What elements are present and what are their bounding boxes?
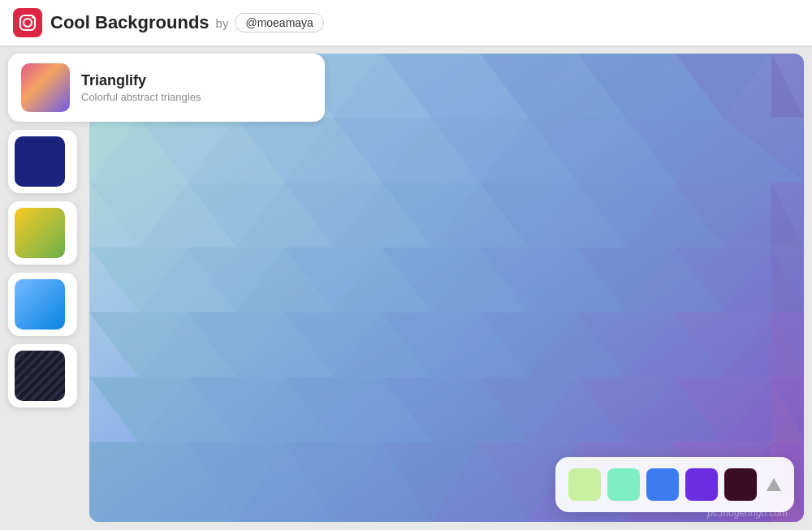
- style-card-yellow-green[interactable]: [8, 201, 77, 265]
- style-desc-trianglify: Colorful abstract triangles: [81, 91, 201, 103]
- app-title: Cool Backgrounds: [50, 12, 209, 33]
- style-thumb-dark-blue: [15, 136, 65, 187]
- color-swatch-dark[interactable]: [724, 468, 757, 501]
- color-swatch-mint[interactable]: [607, 468, 640, 501]
- sidebar: Trianglify Colorful abstract triangles: [8, 54, 77, 407]
- style-card-blue-grad[interactable]: [8, 273, 77, 336]
- style-card-dark-waves[interactable]: [8, 344, 77, 407]
- author-badge[interactable]: @moeamaya: [235, 13, 323, 32]
- color-swatch-light-green[interactable]: [568, 468, 601, 501]
- background-canvas: [89, 54, 804, 522]
- svg-rect-0: [13, 8, 42, 37]
- color-swatch-blue[interactable]: [646, 468, 679, 501]
- color-swatch-purple[interactable]: [685, 468, 718, 501]
- main-area: Trianglify Colorful abstract triangles: [0, 45, 812, 530]
- style-thumb-blue-grad: [15, 279, 65, 330]
- color-palette-panel: [555, 457, 794, 512]
- palette-refresh-arrow[interactable]: [767, 478, 781, 491]
- by-label: by: [216, 16, 229, 30]
- header: Cool Backgrounds by @moeamaya: [0, 0, 812, 45]
- instagram-icon: [13, 8, 42, 37]
- style-card-dark-blue[interactable]: [8, 130, 77, 193]
- style-info-trianglify: Trianglify Colorful abstract triangles: [81, 72, 201, 103]
- svg-point-3: [32, 16, 34, 19]
- style-thumb-dark-waves: [15, 351, 65, 401]
- style-name-trianglify: Trianglify: [81, 72, 201, 89]
- style-thumb-trianglify: [21, 63, 70, 112]
- style-thumb-yellow-green: [15, 208, 65, 258]
- style-card-trianglify[interactable]: Trianglify Colorful abstract triangles: [8, 54, 325, 122]
